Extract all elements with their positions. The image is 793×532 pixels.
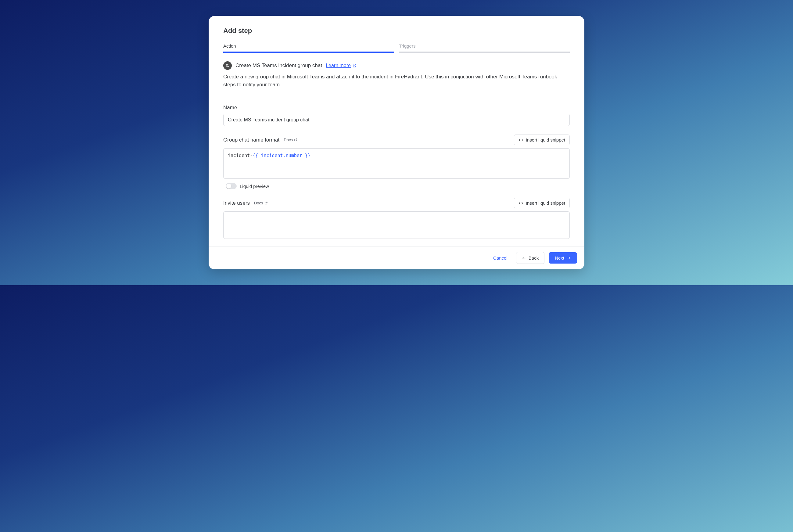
- liquid-preview-toggle[interactable]: [226, 183, 237, 189]
- name-input[interactable]: [223, 114, 570, 126]
- invite-users-input[interactable]: [223, 211, 570, 239]
- teams-icon: [223, 61, 232, 70]
- tab-action-label: Action: [223, 43, 236, 49]
- step-description: Create a new group chat in Microsoft Tea…: [223, 73, 570, 89]
- external-link-icon: [265, 201, 268, 205]
- invite-users-label: Invite users: [223, 200, 250, 206]
- svg-point-1: [228, 64, 229, 65]
- code-icon: [519, 201, 523, 205]
- group-chat-format-label: Group chat name format: [223, 137, 279, 143]
- group-chat-docs-label: Docs: [284, 137, 293, 142]
- tabs: Action Triggers: [223, 43, 570, 53]
- step-title: Create MS Teams incident group chat: [235, 62, 322, 69]
- learn-more-link[interactable]: Learn more: [326, 63, 356, 68]
- group-chat-format-liquid: {{ incident.number }}: [253, 153, 310, 158]
- external-link-icon: [353, 64, 356, 68]
- svg-point-0: [226, 64, 228, 65]
- modal-footer: Cancel Back Next: [209, 246, 584, 269]
- modal-body: Add step Action Triggers Create MS Teams…: [209, 16, 584, 246]
- tab-action[interactable]: Action: [223, 43, 394, 53]
- code-icon: [519, 138, 523, 142]
- insert-liquid-snippet-invite-label: Insert liquid snippet: [526, 201, 565, 206]
- insert-liquid-snippet-button-invite[interactable]: Insert liquid snippet: [514, 198, 570, 208]
- insert-liquid-snippet-label: Insert liquid snippet: [526, 137, 565, 142]
- group-chat-format-input[interactable]: incident-{{ incident.number }}: [223, 148, 570, 179]
- next-button-label: Next: [555, 255, 564, 261]
- group-chat-label-row: Group chat name format Docs Insert: [223, 134, 570, 145]
- group-chat-docs-link[interactable]: Docs: [284, 137, 297, 142]
- name-label: Name: [223, 104, 570, 111]
- invite-users-label-left: Invite users Docs: [223, 200, 268, 206]
- cancel-button-label: Cancel: [493, 255, 507, 261]
- next-button[interactable]: Next: [549, 252, 577, 264]
- invite-users-label-row: Invite users Docs Insert liquid sn: [223, 198, 570, 208]
- cancel-button[interactable]: Cancel: [489, 252, 512, 264]
- back-button[interactable]: Back: [516, 252, 544, 264]
- group-chat-label-left: Group chat name format Docs: [223, 137, 297, 143]
- divider: [223, 96, 570, 96]
- invite-users-docs-link[interactable]: Docs: [254, 201, 268, 205]
- tab-triggers[interactable]: Triggers: [399, 43, 570, 53]
- insert-liquid-snippet-button[interactable]: Insert liquid snippet: [514, 134, 570, 145]
- arrow-right-icon: [567, 256, 571, 260]
- step-header: Create MS Teams incident group chat Lear…: [223, 61, 570, 70]
- page-title: Add step: [223, 27, 570, 35]
- group-chat-format-plain: incident-: [228, 153, 253, 158]
- tab-triggers-label: Triggers: [399, 43, 415, 49]
- invite-users-docs-label: Docs: [254, 201, 263, 205]
- add-step-modal: Add step Action Triggers Create MS Teams…: [209, 16, 584, 269]
- external-link-icon: [294, 138, 297, 141]
- back-button-label: Back: [528, 255, 539, 261]
- liquid-preview-row: Liquid preview: [223, 183, 570, 189]
- liquid-preview-label: Liquid preview: [240, 184, 269, 189]
- learn-more-label: Learn more: [326, 63, 351, 68]
- arrow-left-icon: [522, 256, 526, 260]
